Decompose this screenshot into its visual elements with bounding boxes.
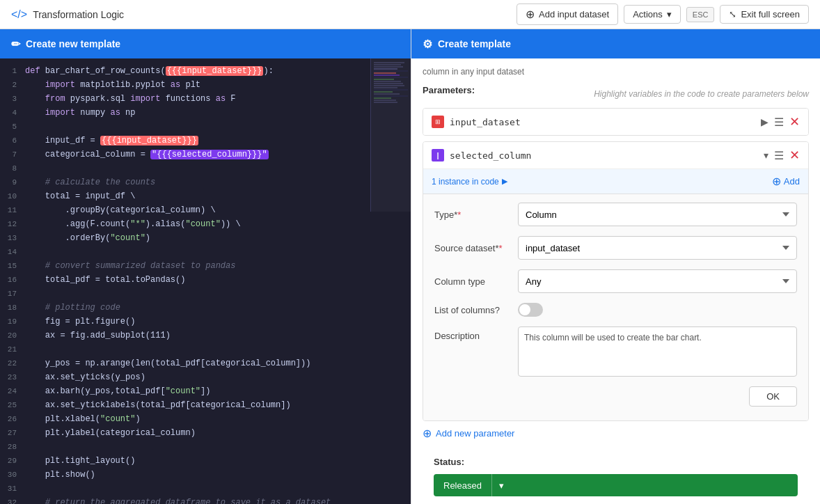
code-icon: </> bbox=[11, 8, 27, 21]
app-title-area: </> Transformation Logic bbox=[11, 8, 124, 21]
code-line-13: 13 .orderBy("count") bbox=[0, 231, 411, 245]
code-line-5: 5 bbox=[0, 120, 411, 134]
add-instance-button[interactable]: ⊕ Add bbox=[772, 175, 800, 188]
chevron-down-icon: ▾ bbox=[667, 9, 672, 19]
param-remove-button-2[interactable]: ✕ bbox=[789, 148, 800, 163]
instance-row: 1 instance in code ▶ ⊕ Add bbox=[423, 169, 808, 194]
code-line-10: 10 total = input_df \ bbox=[0, 189, 411, 203]
code-line-24: 24 ax.barh(y_pos,total_pdf["count"]) bbox=[0, 384, 411, 398]
actions-button[interactable]: Actions ▾ bbox=[624, 5, 681, 24]
param-actions-2: ▾ ☰ ✕ bbox=[764, 148, 800, 163]
params-label: Parameters: bbox=[423, 85, 475, 95]
source-row: Source dataset* input_dataset bbox=[434, 236, 797, 260]
chevron-right-icon: ▶ bbox=[502, 177, 507, 186]
toggle-knob bbox=[519, 304, 530, 315]
col-type-row: Column type Any String Number bbox=[434, 269, 797, 293]
source-label: Source dataset* bbox=[434, 243, 518, 253]
status-section: Status: Released ▾ bbox=[423, 451, 809, 504]
main-content: ✏ Create new template 1 def bar_chart_of… bbox=[0, 29, 820, 504]
type-select[interactable]: Column Dataset String bbox=[518, 203, 797, 226]
exit-fullscreen-button[interactable]: ⤡ Exit full screen bbox=[720, 5, 809, 24]
param-name-2: selected_column bbox=[450, 150, 758, 161]
param-actions-1: ▶ ☰ ✕ bbox=[761, 114, 800, 129]
code-line-22: 22 y_pos = np.arange(len(total_pdf[categ… bbox=[0, 356, 411, 370]
esc-button[interactable]: ESC bbox=[686, 7, 715, 22]
code-line-26: 26 plt.xlabel("count") bbox=[0, 412, 411, 426]
code-line-21: 21 bbox=[0, 342, 411, 356]
params-hint: Highlight variables in the code to creat… bbox=[594, 89, 809, 99]
released-label: Released bbox=[434, 475, 491, 496]
app-title: Transformation Logic bbox=[33, 9, 124, 20]
instance-text: 1 instance in code ▶ bbox=[432, 177, 507, 187]
type-row: Type* Column Dataset String bbox=[434, 203, 797, 226]
code-line-23: 23 ax.set_yticks(y_pos) bbox=[0, 370, 411, 384]
code-line-20: 20 ax = fig.add_subplot(111) bbox=[0, 329, 411, 342]
param-item-header-1: ⊞ input_dataset ▶ ☰ ✕ bbox=[423, 109, 808, 135]
code-line-2: 2 import matplotlib.pyplot as plt bbox=[0, 78, 411, 92]
toggle-area bbox=[518, 303, 543, 317]
param-item-selected-column: | selected_column ▾ ☰ ✕ 1 in bbox=[423, 141, 809, 421]
top-bar: </> Transformation Logic ⊕ Add input dat… bbox=[0, 0, 820, 29]
code-line-12: 12 .agg(F.count("*").alias("count")) \ bbox=[0, 217, 411, 231]
code-panel-header: ✏ Create new template bbox=[0, 29, 411, 58]
code-line-9: 9 # calculate the counts bbox=[0, 175, 411, 189]
info-text: column in any input dataset bbox=[423, 67, 809, 77]
code-line-25: 25 ax.set_yticklabels(total_pdf[categori… bbox=[0, 398, 411, 412]
code-line-29: 29 plt.tight_layout() bbox=[0, 454, 411, 468]
param-name-1: input_dataset bbox=[450, 117, 755, 127]
right-panel-body: column in any input dataset Parameters: … bbox=[411, 58, 820, 504]
add-param-icon: ⊕ bbox=[423, 427, 432, 440]
param-expand-button-1[interactable]: ▶ bbox=[761, 116, 768, 127]
param-collapse-button-2[interactable]: ▾ bbox=[764, 150, 768, 161]
list-label: List of columns? bbox=[434, 305, 518, 315]
list-columns-toggle[interactable] bbox=[518, 303, 543, 317]
table-icon: ⊞ bbox=[432, 116, 444, 128]
code-line-27: 27 plt.ylabel(categorical_column) bbox=[0, 426, 411, 440]
right-panel: ⚙ Create template column in any input da… bbox=[411, 29, 820, 504]
desc-label: Description bbox=[434, 326, 518, 341]
minimap bbox=[370, 58, 411, 212]
code-line-30: 30 plt.show() bbox=[0, 468, 411, 482]
caret-down-icon: ▾ bbox=[492, 475, 511, 496]
code-line-4: 4 import numpy as np bbox=[0, 106, 411, 120]
code-line-1: 1 def bar_chart_of_row_counts({{{input_d… bbox=[0, 64, 411, 78]
description-textarea[interactable]: This column will be used to create the b… bbox=[518, 326, 797, 377]
top-bar-actions: ⊕ Add input dataset Actions ▾ ESC ⤡ Exit… bbox=[517, 3, 809, 25]
col-type-select[interactable]: Any String Number bbox=[518, 269, 797, 293]
code-line-7: 7 categorical_column = "{{{selected_colu… bbox=[0, 148, 411, 162]
code-line-17: 17 bbox=[0, 287, 411, 301]
code-line-31: 31 bbox=[0, 482, 411, 496]
status-label: Status: bbox=[434, 457, 798, 467]
add-icon: ⊕ bbox=[772, 175, 781, 188]
code-line-28: 28 bbox=[0, 440, 411, 454]
code-editor[interactable]: 1 def bar_chart_of_row_counts({{{input_d… bbox=[0, 58, 411, 504]
code-line-32: 32 # return the aggregated dataframe to … bbox=[0, 496, 411, 504]
add-parameter-button[interactable]: ⊕ Add new parameter bbox=[423, 427, 514, 440]
code-line-15: 15 # convert summarized dataset to panda… bbox=[0, 259, 411, 273]
param-expanded-section: 1 instance in code ▶ ⊕ Add bbox=[423, 168, 808, 420]
param-menu-button-1[interactable]: ☰ bbox=[774, 116, 784, 129]
param-remove-button-1[interactable]: ✕ bbox=[789, 114, 800, 129]
ok-row: OK bbox=[434, 386, 797, 412]
code-line-3: 3 from pyspark.sql import functions as F bbox=[0, 92, 411, 106]
param-menu-button-2[interactable]: ☰ bbox=[774, 149, 784, 162]
code-line-8: 8 bbox=[0, 162, 411, 175]
released-button[interactable]: Released ▾ bbox=[434, 474, 798, 496]
right-panel-header: ⚙ Create template bbox=[411, 29, 820, 58]
list-columns-row: List of columns? bbox=[434, 303, 797, 317]
code-line-19: 19 fig = plt.figure() bbox=[0, 315, 411, 329]
param-item-input-dataset: ⊞ input_dataset ▶ ☰ ✕ bbox=[423, 108, 809, 136]
template-icon: ⚙ bbox=[423, 38, 432, 51]
exit-fullscreen-icon: ⤡ bbox=[729, 9, 736, 19]
code-line-18: 18 # plotting code bbox=[0, 301, 411, 315]
edit-icon: ✏ bbox=[11, 38, 20, 51]
type-label: Type* bbox=[434, 210, 518, 220]
add-input-button[interactable]: ⊕ Add input dataset bbox=[517, 3, 618, 25]
code-line-16: 16 total_pdf = total.toPandas() bbox=[0, 273, 411, 287]
code-line-6: 6 input_df = {{{input_dataset}}} bbox=[0, 134, 411, 148]
description-row: Description This column will be used to … bbox=[434, 326, 797, 377]
param-item-header-2: | selected_column ▾ ☰ ✕ bbox=[423, 142, 808, 168]
plus-circle-icon: ⊕ bbox=[526, 8, 535, 21]
ok-button[interactable]: OK bbox=[749, 386, 797, 407]
source-select[interactable]: input_dataset bbox=[518, 236, 797, 260]
